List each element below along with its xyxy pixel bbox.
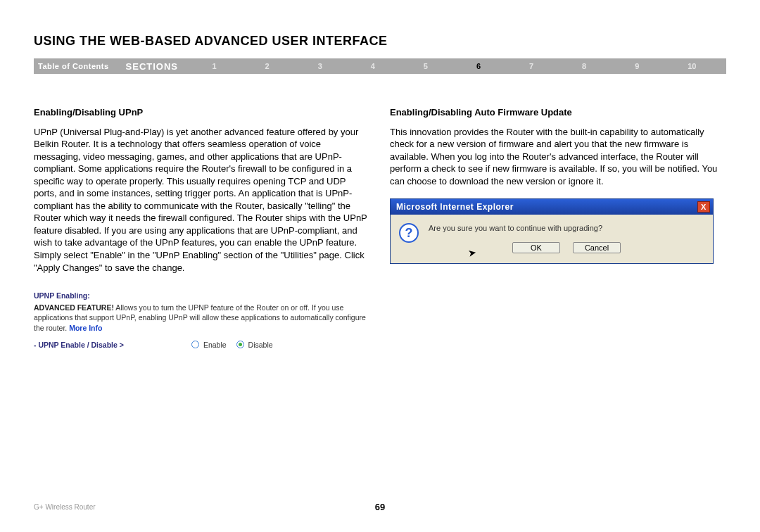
section-link-3[interactable]: 3	[315, 62, 325, 70]
confirm-dialog: Microsoft Internet Explorer X ? Are you …	[390, 198, 714, 264]
section-link-4[interactable]: 4	[368, 62, 378, 70]
enable-radio-label: Enable	[203, 340, 227, 350]
upnp-ui-title: UPNP Enabling:	[34, 291, 370, 300]
dialog-message: Are you sure you want to continue with u…	[429, 223, 704, 234]
section-link-9[interactable]: 9	[632, 62, 642, 70]
dialog-titlebar: Microsoft Internet Explorer X	[391, 199, 713, 215]
firmware-heading: Enabling/Disabling Auto Firmware Update	[390, 106, 726, 119]
toc-link[interactable]: Table of Contents	[34, 62, 116, 70]
section-nav: Table of Contents SECTIONS 1 2 3 4 5 6 7…	[34, 58, 726, 74]
close-icon[interactable]: X	[697, 201, 710, 213]
section-link-5[interactable]: 5	[421, 62, 431, 70]
radio-dot-icon	[239, 343, 242, 346]
page-number: 69	[375, 502, 385, 512]
upnp-heading: Enabling/Disabling UPnP	[34, 106, 370, 119]
enable-radio[interactable]	[191, 341, 199, 348]
sections-label: SECTIONS	[116, 61, 188, 72]
upnp-body: UPnP (Universal Plug-and-Play) is yet an…	[34, 126, 370, 274]
firmware-body: This innovation provides the Router with…	[390, 126, 726, 188]
left-column: Enabling/Disabling UPnP UPnP (Universal …	[34, 106, 370, 350]
ok-button[interactable]: OK	[512, 242, 560, 253]
more-info-link[interactable]: More Info	[69, 324, 102, 332]
cursor-icon: ➤	[467, 246, 477, 260]
section-link-8[interactable]: 8	[579, 62, 589, 70]
disable-radio[interactable]	[236, 341, 244, 348]
product-name: G+ Wireless Router	[34, 503, 375, 511]
right-column: Enabling/Disabling Auto Firmware Update …	[390, 106, 726, 350]
page-footer: G+ Wireless Router 69	[34, 502, 726, 512]
page-title: USING THE WEB-BASED ADVANCED USER INTERF…	[34, 34, 726, 49]
section-link-6[interactable]: 6	[474, 62, 483, 70]
disable-radio-label: Disable	[248, 340, 273, 350]
section-link-7[interactable]: 7	[526, 62, 536, 70]
upnp-ui-desc: ADVANCED FEATURE! Allows you to turn the…	[34, 303, 370, 333]
upnp-feature-label: ADVANCED FEATURE!	[34, 303, 114, 312]
section-link-1[interactable]: 1	[210, 62, 220, 70]
question-icon: ?	[399, 223, 419, 243]
section-link-10[interactable]: 10	[685, 62, 699, 70]
dialog-title: Microsoft Internet Explorer	[396, 201, 514, 213]
upnp-settings-screenshot: UPNP Enabling: ADVANCED FEATURE! Allows …	[34, 291, 370, 350]
section-link-2[interactable]: 2	[262, 62, 272, 70]
cancel-button[interactable]: Cancel	[573, 242, 621, 253]
section-numbers: 1 2 3 4 5 6 7 8 9 10	[188, 62, 726, 70]
upnp-toggle-label: - UPNP Enable / Disable >	[34, 340, 124, 350]
